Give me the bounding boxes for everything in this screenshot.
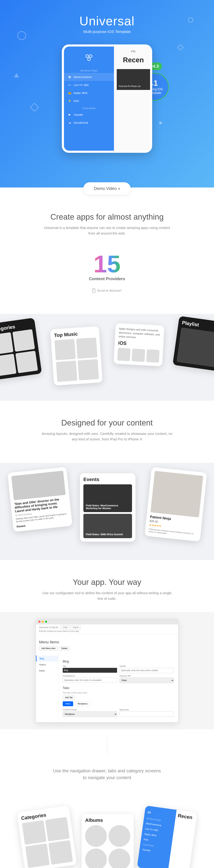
youtube-icon: ▶	[68, 113, 71, 116]
section-paragraph: Amazing layouts, designed with care. Car…	[41, 431, 173, 442]
rank-number: 1	[154, 79, 158, 87]
add-tab-button[interactable]: Add Tab	[63, 695, 75, 700]
mockup-albums: Albums	[82, 814, 134, 868]
sidebar-item: ▭Live TV: ABC	[64, 81, 114, 89]
sidebar-item: ▶Youtube	[64, 111, 114, 119]
deco-circle	[18, 31, 26, 40]
tab-item[interactable]: News	[63, 701, 73, 706]
phone-sidebar: Wordpress Blogs ▣WooCommerce ▭Live TV: A…	[64, 46, 114, 151]
peek-title: Recen	[117, 56, 150, 64]
deco-triangle	[14, 73, 19, 78]
icon-input[interactable]	[63, 678, 117, 683]
title-input[interactable]	[63, 668, 117, 673]
config-section-title: Menu Items	[39, 640, 175, 644]
provider-count: 15+ Content Providers Scroll to discover…	[0, 250, 214, 293]
minimize-icon	[42, 621, 44, 623]
mockups-row: 'Stan and Ollie' director on the difficu…	[0, 463, 214, 560]
mockup-playlist: Playlist	[173, 316, 214, 372]
section-paragraph: Use our configurator tool to define the …	[41, 590, 173, 601]
app-logo-icon	[64, 54, 114, 64]
demo-video-button[interactable]: Demo Video »	[83, 182, 131, 195]
deco-dot	[159, 122, 162, 124]
window-titlebar	[36, 619, 178, 624]
config-panel-title: Tabs	[63, 686, 174, 690]
mockup-ios: Apple designs and sells consumer electro…	[114, 323, 164, 366]
mockup-events: Events Field Notes: WooCommerce Workshop…	[80, 473, 135, 541]
configurator-window: Download Config file Clear Import Edit t…	[36, 619, 178, 722]
nav-description: Use the navigation drawer, tabs and cate…	[52, 768, 162, 781]
svg-point-0	[86, 55, 89, 58]
mockup-categories: Categories	[17, 806, 77, 868]
mockup-music: Top Music	[50, 326, 103, 386]
tab-item[interactable]: Wordpress	[75, 701, 90, 706]
rss-icon: ⚡	[68, 99, 71, 102]
mockups-row: Categories Top Music Apple designs and s…	[0, 314, 214, 401]
config-nav-item[interactable]: Radio	[36, 668, 58, 674]
hero-title: Universal	[0, 14, 214, 28]
phone-content-peek: 8:51 Recen Find the Pe Photo Lib	[114, 46, 150, 151]
soundcloud-icon: ☁	[68, 121, 71, 124]
add-menu-button[interactable]: Add Menu Item	[39, 646, 58, 651]
hero-subtitle: Multi-purpose IOS Template	[0, 30, 214, 34]
svg-rect-3	[92, 288, 95, 293]
sidebar-item: 📻Radio: BFM	[64, 89, 114, 97]
section-heading: Your app. Your way	[0, 578, 214, 587]
hero-section: Universal Multi-purpose IOS Template v4.…	[0, 0, 214, 187]
subtitle-input[interactable]	[120, 668, 174, 673]
sidebar-section-label: Social Media	[64, 105, 114, 111]
field-label: Subtitle	[120, 665, 174, 667]
phone-mockup: Wordpress Blogs ▣WooCommerce ▭Live TV: A…	[62, 44, 152, 153]
iap-select[interactable]: False	[120, 678, 174, 683]
status-time: 8:51	[117, 50, 150, 53]
sidebar-section-label: Wordpress Blogs	[64, 67, 114, 73]
peek-card: Find the Pe Photo Lib	[117, 69, 150, 90]
tv-icon: ▭	[68, 83, 71, 87]
sidebar-item: ▣WooCommerce	[64, 73, 114, 81]
cart-icon: ▣	[68, 75, 71, 79]
scroll-hint: Scroll to discover!	[0, 288, 214, 293]
config-sidebar: Blog Videos Radio	[36, 653, 59, 722]
section-heading: Create apps for almost anything	[0, 212, 214, 221]
section-heading: Designed for your content	[0, 418, 214, 427]
import-button[interactable]: Import	[70, 625, 81, 630]
deco-square	[30, 103, 39, 112]
clear-button[interactable]: Clear	[60, 625, 70, 630]
section-paragraph: Universal is a template that anyone can …	[41, 225, 173, 236]
count-number: 15+	[93, 250, 121, 278]
arguments-input[interactable]	[120, 711, 174, 717]
config-toolbar: Download Config file Clear Import Edit t…	[36, 624, 178, 634]
field-label: Drawable/Icon	[63, 675, 117, 677]
mouse-icon	[92, 288, 95, 293]
config-nav-item[interactable]: Videos	[36, 661, 58, 668]
mockup-categories: Categories	[0, 318, 42, 380]
mockup-drawer: ∞ Wordpress Blogs WooCommerce Live TV: A…	[137, 806, 197, 868]
field-label: Content Provider	[63, 709, 117, 711]
deco-square	[177, 44, 184, 51]
config-nav-item[interactable]: Blog	[36, 655, 58, 661]
sidebar-item: ⚡RSS	[64, 97, 114, 105]
sidebar-item: ☁SoundCloud	[64, 119, 114, 127]
plus-icon: +	[122, 252, 127, 262]
mockup-product: Patient Ninja $35.00 ★★★★★ Pellentesque …	[145, 467, 207, 541]
field-label: Requires IAP	[120, 675, 174, 677]
maximize-icon	[45, 621, 47, 623]
radio-icon: 📻	[68, 91, 71, 94]
svg-point-1	[89, 55, 92, 58]
deco-circle	[188, 18, 193, 23]
mockups-row: Categories Albums ∞ Wordpress Blogs WooC…	[0, 802, 214, 868]
delete-button[interactable]: Delete	[59, 646, 70, 651]
config-panel-title: Blog	[63, 660, 174, 663]
mockup-article: 'Stan and Ollie' director on the difficu…	[7, 467, 72, 532]
close-icon	[38, 621, 40, 623]
field-label: Arguments	[120, 709, 174, 711]
svg-point-2	[88, 58, 90, 61]
provider-select[interactable]: Wordpress	[63, 711, 117, 717]
field-label: Title	[63, 665, 117, 667]
rank-prefix: #	[152, 83, 154, 86]
